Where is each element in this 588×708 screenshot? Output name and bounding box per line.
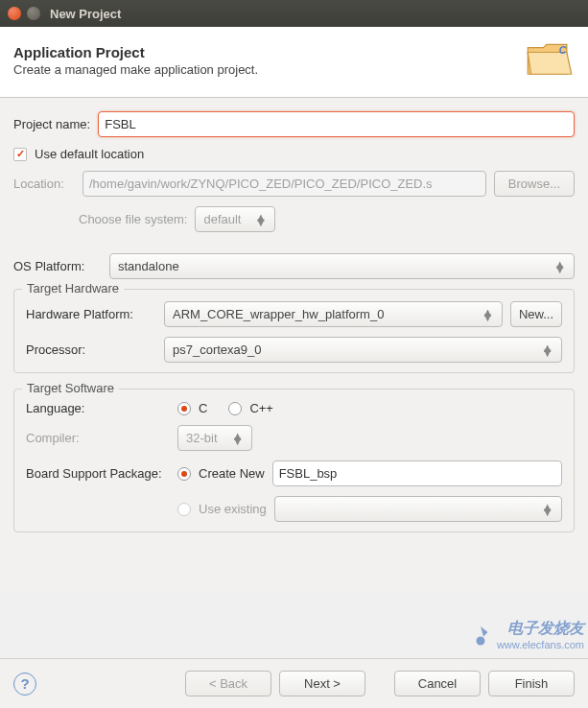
- bsp-create-new-label: Create New: [199, 466, 265, 481]
- next-button[interactable]: Next >: [279, 671, 365, 696]
- window-close-button[interactable]: [8, 7, 21, 20]
- finish-button[interactable]: Finish: [488, 671, 575, 696]
- page-title: Application Project: [13, 44, 258, 60]
- language-cpp-label: C++: [249, 401, 273, 415]
- language-label: Language:: [26, 401, 170, 415]
- location-label: Location:: [13, 177, 75, 191]
- bsp-use-existing-radio: [177, 503, 191, 516]
- use-default-location-checkbox[interactable]: [13, 148, 27, 161]
- spinner-icon: ▲▼: [231, 434, 244, 443]
- location-input: [82, 171, 486, 197]
- help-icon[interactable]: ?: [13, 673, 36, 696]
- spinner-icon: ▲▼: [482, 310, 494, 319]
- svg-point-1: [476, 636, 484, 645]
- compiler-select: 32-bit ▲▼: [177, 425, 252, 451]
- bsp-existing-select: ▲▼: [274, 496, 562, 522]
- target-software-group: Target Software Language: C C++ Compiler…: [13, 389, 575, 532]
- wizard-header: Application Project Create a managed mak…: [0, 27, 588, 98]
- back-button: < Back: [185, 671, 271, 696]
- target-software-title: Target Software: [22, 381, 119, 395]
- window-title: New Project: [50, 7, 121, 21]
- hardware-platform-select[interactable]: ARM_CORE_wrapper_hw_platform_0 ▲▼: [164, 301, 503, 327]
- wizard-body: Project name: Use default location Locat…: [0, 98, 588, 590]
- browse-button: Browse...: [494, 171, 575, 197]
- project-name-label: Project name:: [13, 117, 90, 131]
- watermark: 电子发烧友 www.elecfans.com: [466, 619, 584, 650]
- svg-text:C: C: [559, 44, 567, 56]
- language-c-label: C: [199, 401, 207, 415]
- processor-select[interactable]: ps7_cortexa9_0 ▲▼: [164, 337, 562, 363]
- filesystem-select: default ▲▼: [195, 206, 275, 232]
- project-name-input[interactable]: [98, 111, 575, 137]
- cancel-button[interactable]: Cancel: [394, 671, 481, 696]
- target-hardware-title: Target Hardware: [22, 281, 124, 295]
- os-platform-select[interactable]: standalone ▲▼: [109, 253, 575, 279]
- choose-filesystem-label: Choose file system:: [79, 212, 187, 226]
- hardware-platform-label: Hardware Platform:: [26, 307, 156, 321]
- spinner-icon: ▲▼: [541, 345, 553, 355]
- bsp-use-existing-label: Use existing: [199, 502, 267, 516]
- bsp-label: Board Support Package:: [26, 466, 170, 481]
- spinner-icon: ▲▼: [255, 215, 268, 224]
- window-titlebar: New Project: [0, 0, 588, 27]
- spinner-icon: ▲▼: [541, 505, 553, 514]
- watermark-logo-icon: [466, 621, 495, 649]
- new-hw-button[interactable]: New...: [510, 301, 562, 327]
- window-minimize-button[interactable]: [27, 7, 40, 20]
- language-cpp-radio[interactable]: [228, 402, 242, 415]
- target-hardware-group: Target Hardware Hardware Platform: ARM_C…: [13, 289, 575, 373]
- os-platform-label: OS Platform:: [13, 259, 102, 273]
- bsp-name-input[interactable]: [272, 460, 562, 486]
- language-c-radio[interactable]: [177, 402, 191, 415]
- compiler-label: Compiler:: [26, 431, 170, 445]
- folder-c-icon: C: [525, 36, 575, 83]
- page-subtitle: Create a managed make application projec…: [13, 62, 258, 77]
- use-default-location-label: Use default location: [35, 147, 144, 161]
- bsp-create-new-radio[interactable]: [177, 467, 191, 481]
- spinner-icon: ▲▼: [553, 262, 566, 271]
- processor-label: Processor:: [26, 342, 156, 357]
- wizard-footer: ? < Back Next > Cancel Finish: [0, 658, 588, 708]
